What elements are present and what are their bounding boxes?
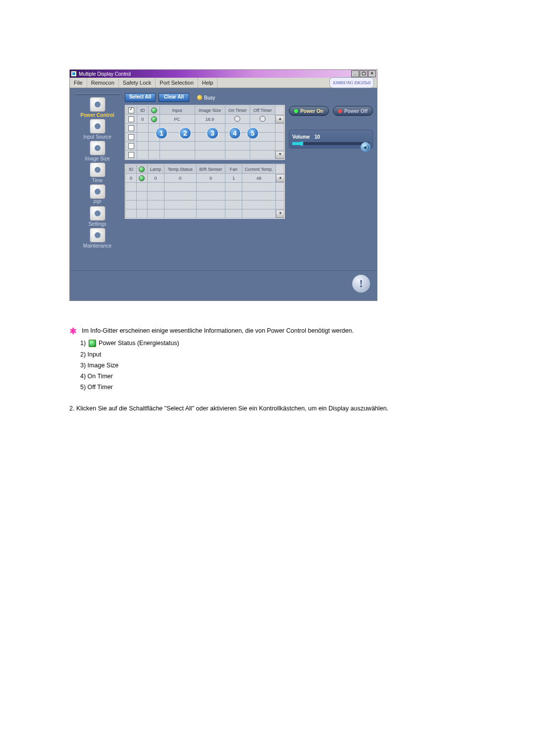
- timer-icon: [260, 116, 266, 122]
- sidebar-item-label: Maintenance: [83, 243, 111, 249]
- sidebar-item-label: Time: [92, 178, 103, 183]
- scroll-down-button[interactable]: ▼: [275, 151, 284, 159]
- table-row[interactable]: ▼: [126, 151, 284, 159]
- minimize-button[interactable]: _: [351, 70, 359, 77]
- checkbox-icon[interactable]: [128, 152, 134, 158]
- busy-icon: [197, 95, 202, 100]
- grid1-header[interactable]: Image Size: [195, 106, 225, 115]
- star-icon: ✱: [69, 328, 77, 334]
- scroll-down-button[interactable]: ▼: [276, 210, 284, 218]
- power-status-icon: [89, 340, 96, 347]
- svg-point-1: [95, 123, 101, 129]
- sidebar-item-power-control[interactable]: Power Control: [78, 97, 117, 118]
- table-row[interactable]: [126, 142, 284, 151]
- checkbox-icon[interactable]: [128, 134, 134, 140]
- image-icon: [90, 141, 106, 155]
- sidebar-item-label: PIP: [93, 200, 101, 205]
- volume-slider[interactable]: [292, 142, 370, 145]
- checkbox-icon[interactable]: [128, 143, 134, 149]
- grid1-header[interactable]: ID: [137, 106, 148, 115]
- select-all-button[interactable]: Select All: [125, 93, 156, 102]
- grid2-header[interactable]: Fan: [225, 165, 242, 174]
- titlebar[interactable]: Multiple Display Control _ ▢ ×: [70, 70, 377, 78]
- busy-indicator: Busy: [197, 95, 215, 101]
- grid1-header[interactable]: Input: [160, 106, 195, 115]
- doc-item: 3) Image Size: [80, 360, 495, 371]
- power-icon: [90, 97, 106, 112]
- svg-point-2: [95, 145, 101, 151]
- table-row[interactable]: [126, 133, 284, 142]
- info-grid-1[interactable]: IDInputImage SizeOn TimerOff Timer0PC16:…: [125, 105, 285, 160]
- doc-item: 4) On Timer: [80, 371, 495, 382]
- clear-all-button[interactable]: Clear All: [159, 93, 189, 102]
- sidebar-item-pip[interactable]: PIP: [78, 184, 117, 205]
- sidebar-item-maintenance[interactable]: Maintenance: [78, 227, 117, 249]
- right-panel: Power On Power Off Volume 10 ◄): [289, 93, 373, 266]
- sidebar-item-image-size[interactable]: Image Size: [78, 140, 117, 162]
- doc-item: 2) Input: [80, 350, 495, 360]
- sidebar-item-label: Power Control: [80, 112, 114, 118]
- info-icon[interactable]: !: [352, 275, 370, 293]
- doc-step2: 2. Klicken Sie auf die Schaltfläche "Sel…: [69, 403, 495, 414]
- power-status-icon: [151, 116, 157, 122]
- table-row[interactable]: [126, 192, 284, 201]
- svg-point-5: [95, 210, 101, 216]
- pip-icon: [90, 184, 106, 199]
- info-grid-2[interactable]: IDLampTemp.StatusB/R SenserFanCurrent Te…: [125, 164, 285, 219]
- menu-help[interactable]: Help: [198, 78, 218, 88]
- doc-item: 5) Off Timer: [80, 382, 495, 393]
- maint-icon: [90, 228, 106, 243]
- power-status-icon: [139, 175, 145, 181]
- scroll-up-button[interactable]: ▲: [276, 174, 284, 182]
- table-row[interactable]: 0PC16:9▲: [126, 115, 284, 124]
- checkbox-icon[interactable]: [128, 116, 134, 122]
- scroll-up-button[interactable]: ▲: [275, 115, 284, 123]
- grid2-header[interactable]: [136, 165, 147, 174]
- grid1-header[interactable]: [148, 106, 160, 115]
- svg-point-6: [95, 232, 101, 238]
- sidebar-item-label: Image Size: [85, 156, 109, 161]
- svg-point-3: [95, 167, 101, 173]
- doc-text: ✱Im Info-Gitter erscheinen einige wesent…: [69, 326, 495, 414]
- sidebar: Power ControlInput SourceImage SizeTimeP…: [74, 93, 121, 266]
- grid2-header[interactable]: Lamp: [147, 165, 164, 174]
- grid1-header[interactable]: [126, 106, 137, 115]
- menubar: File Remocon Safety Lock Port Selection …: [70, 78, 377, 88]
- speaker-icon[interactable]: ◄): [361, 142, 371, 152]
- grid1-header[interactable]: On Timer: [225, 106, 250, 115]
- grid2-header[interactable]: B/R Senser: [197, 165, 225, 174]
- window-title: Multiple Display Control: [79, 71, 131, 77]
- checkbox-icon[interactable]: [128, 107, 134, 113]
- close-button[interactable]: ×: [368, 70, 376, 77]
- status-bar: !: [70, 270, 377, 301]
- app-icon: [71, 71, 77, 77]
- input-icon: [90, 119, 106, 134]
- power-off-button[interactable]: Power Off: [333, 106, 373, 116]
- sidebar-item-label: Input Source: [83, 134, 111, 140]
- table-row[interactable]: [126, 201, 284, 209]
- maximize-button[interactable]: ▢: [360, 70, 368, 77]
- sidebar-item-time[interactable]: Time: [78, 162, 117, 184]
- table-row[interactable]: [126, 183, 284, 192]
- checkbox-icon[interactable]: [128, 125, 134, 131]
- table-row[interactable]: 0000149▲: [126, 174, 284, 183]
- menu-remocon[interactable]: Remocon: [87, 78, 119, 88]
- table-row[interactable]: [126, 124, 284, 133]
- svg-point-0: [95, 101, 101, 107]
- table-row[interactable]: ▼: [126, 209, 284, 218]
- brand-logo: SAMSUNG DIGITall: [329, 78, 377, 88]
- menu-port-selection[interactable]: Port Selection: [156, 78, 198, 88]
- sidebar-item-settings[interactable]: Settings: [78, 205, 117, 227]
- menu-safety-lock[interactable]: Safety Lock: [119, 78, 156, 88]
- power-on-button[interactable]: Power On: [289, 106, 329, 116]
- svg-point-4: [95, 189, 101, 195]
- timer-icon: [234, 116, 240, 122]
- top-row: Select All Clear All Busy: [125, 93, 285, 102]
- sidebar-item-input-source[interactable]: Input Source: [78, 118, 117, 140]
- menu-file[interactable]: File: [70, 78, 87, 88]
- grid2-header[interactable]: ID: [126, 165, 137, 174]
- time-icon: [90, 162, 106, 177]
- grid2-header[interactable]: Temp.Status: [164, 165, 196, 174]
- grid1-header[interactable]: Off Timer: [250, 106, 275, 115]
- grid2-header[interactable]: Current Temp.: [242, 165, 276, 174]
